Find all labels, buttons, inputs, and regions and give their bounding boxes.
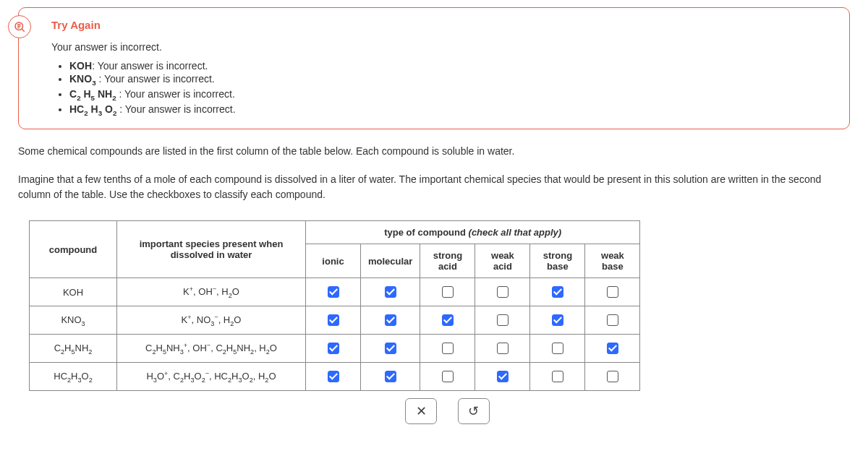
- classification-checkbox[interactable]: [552, 314, 563, 326]
- classification-checkbox[interactable]: [607, 343, 618, 354]
- classification-checkbox[interactable]: [385, 343, 396, 354]
- compound-cell: C2H5NH2: [30, 335, 117, 363]
- check-cell: [420, 306, 475, 335]
- species-cell: K+, NO3−, H2O: [117, 306, 306, 335]
- check-cell: [420, 363, 475, 391]
- feedback-summary: Your answer is incorrect.: [51, 41, 835, 53]
- classification-checkbox[interactable]: [442, 286, 454, 298]
- col-molecular: molecular: [361, 244, 420, 278]
- check-cell: [585, 363, 640, 391]
- col-strong-base: strongbase: [530, 244, 585, 278]
- classification-table: compound important species present when …: [29, 220, 640, 391]
- col-compound: compound: [30, 221, 117, 278]
- check-cell: [475, 363, 530, 391]
- question-p2: Imagine that a few tenths of a mole of e…: [18, 172, 850, 202]
- col-type-header: type of compound (check all that apply): [306, 221, 640, 244]
- clear-button[interactable]: ✕: [405, 398, 437, 424]
- classification-checkbox[interactable]: [442, 371, 454, 382]
- classification-checkbox[interactable]: [385, 314, 396, 326]
- check-cell: [306, 278, 361, 306]
- classification-checkbox[interactable]: [385, 371, 396, 382]
- check-cell: [585, 306, 640, 335]
- feedback-icon: [8, 15, 31, 38]
- col-weak-base: weakbase: [585, 244, 640, 278]
- col-species: important species present when dissolved…: [117, 221, 306, 278]
- table-row: KNO3K+, NO3−, H2O: [30, 306, 640, 335]
- species-cell: C2H5NH3+, OH−, C2H5NH2, H2O: [117, 335, 306, 363]
- feedback-item: C2 H5 NH2 : Your answer is incorrect.: [69, 88, 835, 102]
- classification-checkbox[interactable]: [607, 314, 618, 326]
- check-cell: [420, 278, 475, 306]
- feedback-item: KOH: Your answer is incorrect.: [69, 60, 835, 72]
- col-weak-acid: weakacid: [475, 244, 530, 278]
- check-cell: [530, 278, 585, 306]
- check-cell: [361, 278, 420, 306]
- classification-checkbox[interactable]: [497, 286, 509, 298]
- compound-cell: HC2H3O2: [30, 363, 117, 391]
- classification-checkbox[interactable]: [497, 314, 509, 326]
- reset-button[interactable]: ↺: [458, 398, 490, 424]
- col-ionic: ionic: [306, 244, 361, 278]
- classification-checkbox[interactable]: [552, 371, 563, 382]
- classification-checkbox[interactable]: [552, 286, 563, 298]
- table-row: C2H5NH2C2H5NH3+, OH−, C2H5NH2, H2O: [30, 335, 640, 363]
- feedback-item: KNO3 : Your answer is incorrect.: [69, 73, 835, 87]
- col-type-label: type of compound: [384, 227, 466, 238]
- classification-checkbox[interactable]: [607, 371, 618, 382]
- check-cell: [475, 278, 530, 306]
- check-cell: [361, 363, 420, 391]
- check-cell: [361, 335, 420, 363]
- classification-checkbox[interactable]: [607, 286, 618, 298]
- classification-checkbox[interactable]: [442, 343, 454, 354]
- reset-icon: ↺: [468, 403, 479, 419]
- col-type-hint: (check all that apply): [466, 227, 561, 238]
- compound-cell: KOH: [30, 278, 117, 306]
- check-cell: [585, 278, 640, 306]
- feedback-box: Try Again Your answer is incorrect. KOH:…: [18, 7, 850, 129]
- check-cell: [306, 306, 361, 335]
- classification-checkbox[interactable]: [328, 371, 339, 382]
- col-strong-acid: strongacid: [420, 244, 475, 278]
- classification-checkbox[interactable]: [497, 371, 509, 382]
- check-cell: [530, 363, 585, 391]
- check-cell: [530, 306, 585, 335]
- check-cell: [306, 335, 361, 363]
- check-cell: [420, 335, 475, 363]
- table-row: HC2H3O2H3O+, C2H3O2−, HC2H3O2, H2O: [30, 363, 640, 391]
- close-icon: ✕: [416, 403, 427, 419]
- check-cell: [585, 335, 640, 363]
- species-cell: H3O+, C2H3O2−, HC2H3O2, H2O: [117, 363, 306, 391]
- check-cell: [361, 306, 420, 335]
- question-p1: Some chemical compounds are listed in th…: [18, 144, 850, 159]
- check-cell: [475, 306, 530, 335]
- button-row: ✕ ↺: [405, 398, 868, 424]
- classification-checkbox[interactable]: [385, 286, 396, 298]
- feedback-title: Try Again: [51, 19, 835, 31]
- classification-checkbox[interactable]: [328, 286, 339, 298]
- check-cell: [306, 363, 361, 391]
- classification-checkbox[interactable]: [442, 314, 454, 326]
- feedback-list: KOH: Your answer is incorrect.KNO3 : You…: [69, 60, 835, 116]
- classification-checkbox[interactable]: [328, 314, 339, 326]
- classification-checkbox[interactable]: [497, 343, 509, 354]
- table-row: KOHK+, OH−, H2O: [30, 278, 640, 306]
- check-cell: [530, 335, 585, 363]
- feedback-item: HC2 H3 O2 : Your answer is incorrect.: [69, 103, 835, 117]
- compound-cell: KNO3: [30, 306, 117, 335]
- classification-checkbox[interactable]: [552, 343, 563, 354]
- classification-checkbox[interactable]: [328, 343, 339, 354]
- svg-line-1: [22, 29, 25, 32]
- check-cell: [475, 335, 530, 363]
- species-cell: K+, OH−, H2O: [117, 278, 306, 306]
